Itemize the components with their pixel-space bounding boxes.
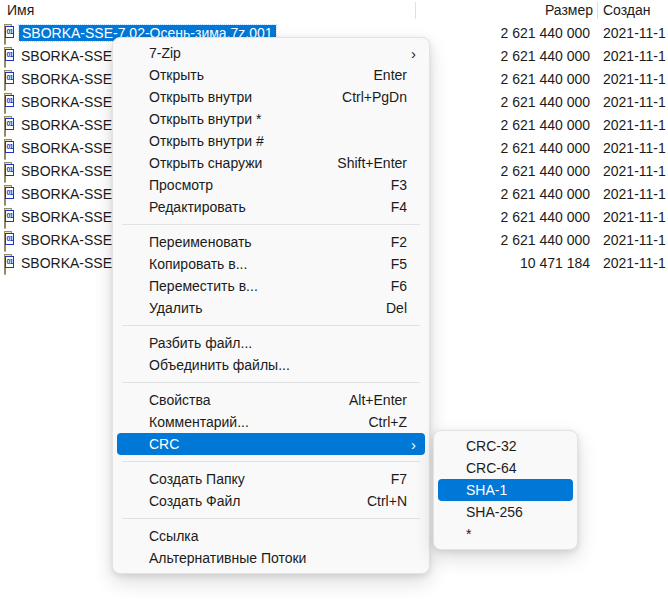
- crc-submenu: CRC-32 CRC-64 SHA-1 SHA-256 *: [433, 430, 578, 550]
- menu-item-shortcut: Del: [386, 300, 407, 316]
- file-created-date: 2021-11-1: [603, 94, 668, 110]
- file-name: SBORKA-SSE-7: [21, 255, 124, 271]
- menu-item-label: SHA-1: [466, 482, 507, 498]
- context-menu-item-2[interactable]: Открыть внутри Ctrl+PgDn: [117, 86, 425, 108]
- menu-item-label: SHA-256: [466, 504, 523, 520]
- archive-part-badge: 01: [5, 256, 14, 268]
- split-archive-icon: 01: [4, 27, 6, 45]
- split-archive-icon: 01: [4, 73, 6, 91]
- context-menu-item-16[interactable]: CRC ›: [117, 433, 425, 455]
- menu-item-label: Открыть внутри #: [149, 133, 264, 149]
- context-menu-item-8[interactable]: Переименовать F2: [117, 231, 425, 253]
- context-menu-item-15[interactable]: Комментарий... Ctrl+Z: [117, 411, 425, 433]
- menu-item-shortcut: F6: [391, 278, 407, 294]
- context-menu-item-19[interactable]: Ссылка: [117, 525, 425, 547]
- context-menu-item-0[interactable]: 7-Zip ›: [117, 42, 425, 64]
- context-menu-item-4[interactable]: Открыть внутри #: [117, 130, 425, 152]
- menu-item-label: Открыть внутри *: [149, 111, 261, 127]
- crc-submenu-item-3[interactable]: SHA-256: [438, 501, 573, 523]
- file-created-date: 2021-11-1: [603, 186, 668, 202]
- split-archive-icon: 01: [4, 119, 6, 137]
- column-header-created[interactable]: Создан: [603, 2, 651, 18]
- context-menu-item-6[interactable]: Просмотр F3: [117, 174, 425, 196]
- menu-item-label: Создать Файл: [149, 493, 241, 509]
- file-created-date: 2021-11-1: [603, 25, 668, 41]
- menu-separator: [122, 325, 420, 326]
- menu-item-label: Свойства: [149, 392, 210, 408]
- menu-item-label: Разбить файл...: [149, 335, 252, 351]
- split-archive-icon: 01: [4, 257, 6, 275]
- context-menu-item-12[interactable]: Разбить файл...: [117, 332, 425, 354]
- crc-submenu-item-2[interactable]: SHA-1: [438, 479, 573, 501]
- file-size: 2 621 440 000: [500, 140, 590, 156]
- file-size: 2 621 440 000: [500, 209, 590, 225]
- file-created-date: 2021-11-1: [603, 209, 668, 225]
- menu-item-label: Ссылка: [149, 528, 199, 544]
- menu-item-label: Переименовать: [149, 234, 252, 250]
- menu-item-label: Объединить файлы...: [149, 357, 290, 373]
- column-header-size[interactable]: Размер: [545, 2, 593, 18]
- archive-part-badge: 01: [5, 118, 14, 130]
- context-menu-item-13[interactable]: Объединить файлы...: [117, 354, 425, 376]
- menu-item-shortcut: Ctrl+PgDn: [342, 89, 407, 105]
- archive-part-badge: 01: [5, 187, 14, 199]
- file-size: 2 621 440 000: [500, 94, 590, 110]
- menu-item-label: Комментарий...: [149, 414, 249, 430]
- file-size: 2 621 440 000: [500, 163, 590, 179]
- file-name: SBORKA-SSE-7: [21, 186, 124, 202]
- archive-part-badge: 01: [5, 210, 14, 222]
- file-created-date: 2021-11-1: [603, 48, 668, 64]
- menu-item-label: Переместить в...: [149, 278, 258, 294]
- crc-submenu-item-4[interactable]: *: [438, 523, 573, 545]
- file-created-date: 2021-11-1: [603, 232, 668, 248]
- split-archive-icon: 01: [4, 234, 6, 252]
- context-menu-item-7[interactable]: Редактировать F4: [117, 196, 425, 218]
- menu-item-label: Открыть: [149, 67, 204, 83]
- crc-submenu-item-0[interactable]: CRC-32: [438, 435, 573, 457]
- file-name: SBORKA-SSE-7: [21, 209, 124, 225]
- column-divider[interactable]: [415, 2, 416, 19]
- menu-item-label: Копировать в...: [149, 256, 247, 272]
- context-menu-item-5[interactable]: Открыть снаружи Shift+Enter: [117, 152, 425, 174]
- split-archive-icon: 01: [4, 96, 6, 114]
- column-header-name[interactable]: Имя: [7, 2, 34, 18]
- archive-part-badge: 01: [5, 72, 14, 84]
- context-menu-item-10[interactable]: Переместить в... F6: [117, 275, 425, 297]
- split-archive-icon: 01: [4, 188, 6, 206]
- file-list-header: Имя Размер Создан: [0, 0, 668, 21]
- archive-part-badge: 01: [5, 26, 14, 38]
- file-name: SBORKA-SSE-7: [21, 232, 124, 248]
- file-created-date: 2021-11-1: [603, 71, 668, 87]
- file-created-date: 2021-11-1: [603, 117, 668, 133]
- file-name: SBORKA-SSE-7: [21, 94, 124, 110]
- file-size: 2 621 440 000: [500, 232, 590, 248]
- file-name: SBORKA-SSE-7: [21, 163, 124, 179]
- archive-part-badge: 01: [5, 49, 14, 61]
- context-menu-item-1[interactable]: Открыть Enter: [117, 64, 425, 86]
- crc-submenu-item-1[interactable]: CRC-64: [438, 457, 573, 479]
- menu-separator: [122, 518, 420, 519]
- split-archive-icon: 01: [4, 142, 6, 160]
- file-name: SBORKA-SSE-7: [21, 48, 124, 64]
- file-size: 2 621 440 000: [500, 48, 590, 64]
- context-menu-item-20[interactable]: Альтернативные Потоки: [117, 547, 425, 569]
- context-menu-item-14[interactable]: Свойства Alt+Enter: [117, 389, 425, 411]
- context-menu-item-11[interactable]: Удалить Del: [117, 297, 425, 319]
- menu-item-label: Открыть снаружи: [149, 155, 262, 171]
- menu-item-shortcut: F3: [391, 177, 407, 193]
- menu-item-shortcut: Ctrl+N: [367, 493, 407, 509]
- split-archive-icon: 01: [4, 211, 6, 229]
- context-menu-item-17[interactable]: Создать Папку F7: [117, 468, 425, 490]
- menu-item-shortcut: Alt+Enter: [349, 392, 407, 408]
- context-menu: 7-Zip › Открыть Enter Открыть внутри Ctr…: [112, 37, 430, 574]
- context-menu-item-9[interactable]: Копировать в... F5: [117, 253, 425, 275]
- menu-item-label: Альтернативные Потоки: [149, 550, 306, 566]
- file-size: 2 621 440 000: [500, 186, 590, 202]
- context-menu-item-3[interactable]: Открыть внутри *: [117, 108, 425, 130]
- menu-item-label: CRC-32: [466, 438, 517, 454]
- menu-item-label: 7-Zip: [149, 45, 181, 61]
- menu-separator: [122, 382, 420, 383]
- column-divider[interactable]: [597, 2, 598, 19]
- context-menu-item-18[interactable]: Создать Файл Ctrl+N: [117, 490, 425, 512]
- file-size: 2 621 440 000: [500, 117, 590, 133]
